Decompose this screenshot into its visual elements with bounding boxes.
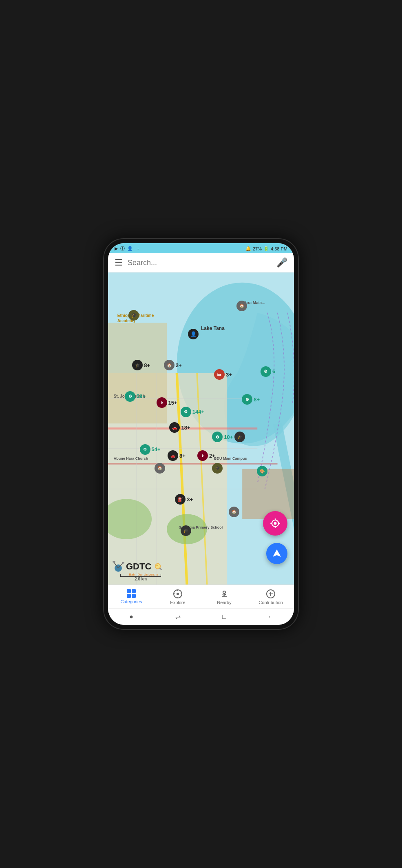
svg-line-24 (160, 568, 162, 570)
marker-lake-tana-person: 👤 (188, 329, 199, 339)
marker-house-2plus: 🏠 2+ (164, 360, 182, 370)
nav-nearby[interactable]: Nearby (201, 585, 247, 608)
marker-car-18plus: 🚗 18+ (169, 422, 190, 433)
nav-nearby-label: Nearby (217, 600, 231, 605)
status-left-icons: ▶ ⓕ 👤 ··· (115, 246, 139, 252)
nearby-icon (219, 589, 229, 599)
gdtc-logo-satellite (112, 560, 124, 573)
search-bar: ☰ 🎤 (108, 253, 294, 272)
label-lake-tana: Lake Tana (201, 326, 225, 331)
profile-icon: 👤 (127, 246, 133, 251)
svg-point-15 (274, 522, 277, 525)
marker-teal-58plus: ⚙ 58+ (125, 391, 146, 402)
svg-point-23 (155, 564, 161, 569)
navigation-fab-button[interactable] (266, 543, 287, 564)
nav-categories-label: Categories (120, 599, 142, 604)
nav-categories[interactable]: Categories (108, 585, 155, 608)
categories-icon (127, 589, 136, 598)
android-recents-icon[interactable]: ⇌ (173, 612, 183, 622)
marker-school-top-right: 🎓 (234, 432, 245, 442)
phone-frame: ▶ ⓕ 👤 ··· 🔔 27% 🔋 4:58 PM ☰ 🎤 (103, 238, 299, 630)
logo-gdtc-text: GDTC (126, 561, 151, 571)
more-icon: ··· (135, 246, 139, 251)
mic-icon[interactable]: 🎤 (276, 257, 287, 268)
marker-teal-6plus-far-right: ⚙ 6 (261, 366, 275, 377)
phone-screen: ▶ ⓕ 👤 ··· 🔔 27% 🔋 4:58 PM ☰ 🎤 (108, 243, 294, 625)
location-fab-button[interactable] (263, 511, 287, 536)
marker-teal-54plus: ⚙ 54+ (140, 444, 161, 455)
youtube-icon: ▶ (115, 246, 118, 251)
marker-car-8plus: 🚗 8+ (168, 450, 186, 461)
explore-icon (173, 589, 183, 599)
marker-hotel-3plus: 🛏 3+ (214, 369, 232, 380)
marker-gordema-school-icon: 🎓 (181, 525, 191, 536)
battery-percent: 27% (253, 246, 262, 251)
marker-teal-10plus: ⚙ 10+ (212, 432, 233, 442)
svg-point-25 (157, 565, 158, 566)
battery-icon: 🔔 (245, 246, 251, 251)
marker-medical-15plus: ⚕ 15+ (157, 397, 177, 408)
marker-school-8plus: 🎓 8+ (132, 360, 150, 370)
scale-distance: 2.6 km (120, 577, 161, 581)
nav-contribution[interactable]: Contribution (247, 585, 294, 608)
marker-house-lower-right: 🏠 (229, 507, 239, 517)
scale-bar: 2.6 km (120, 574, 161, 581)
status-bar: ▶ ⓕ 👤 ··· 🔔 27% 🔋 4:58 PM (108, 243, 294, 253)
android-home-dot[interactable]: ● (126, 612, 136, 622)
marker-medical-2plus: ⚕ 2+ (197, 450, 215, 461)
label-bdu-campus: BDU Main Campus (214, 456, 247, 461)
svg-point-32 (223, 591, 225, 593)
crosshair-icon (269, 518, 281, 529)
android-back-icon[interactable]: ← (266, 612, 276, 622)
android-overview-icon[interactable]: □ (219, 612, 229, 622)
map-container[interactable]: Ethiopian MaritimeAcademy Lake Tana Debr… (108, 272, 294, 585)
time-display: 4:58 PM (271, 246, 287, 251)
svg-rect-2 (108, 323, 167, 423)
facebook-icon: ⓕ (120, 246, 125, 252)
svg-rect-20 (113, 561, 115, 563)
marker-abune-house: 🏠 (155, 463, 165, 474)
marker-debra-house: 🏠 (236, 301, 247, 311)
marker-teal-8plus-right: ⚙ 8+ (242, 394, 260, 405)
battery-full-icon: 🔋 (263, 246, 269, 251)
bottom-navigation: Categories Explore (108, 585, 294, 608)
nav-explore[interactable]: Explore (155, 585, 201, 608)
marker-maritime-academy: 🎓 (128, 310, 139, 321)
svg-rect-22 (122, 562, 124, 564)
map-search-icon (154, 562, 163, 571)
svg-point-27 (177, 593, 179, 595)
marker-bdu-school: 🎓 (212, 463, 223, 474)
nav-contribution-label: Contribution (258, 600, 283, 605)
marker-teal-144plus: ⚙ 144+ (181, 407, 204, 417)
contribution-icon (266, 589, 276, 599)
nav-explore-label: Explore (170, 600, 185, 605)
android-nav-bar: ● ⇌ □ ← (108, 608, 294, 625)
svg-marker-17 (273, 549, 281, 557)
marker-gas-3plus: ⛽ 3+ (175, 494, 193, 505)
menu-icon[interactable]: ☰ (115, 257, 123, 268)
status-right-icons: 🔔 27% 🔋 4:58 PM (245, 246, 287, 251)
label-abune-church: Abune Hara Church (114, 456, 148, 461)
navigate-icon (272, 549, 282, 558)
search-input[interactable] (128, 259, 272, 267)
marker-art-palette: 🎨 (257, 466, 267, 476)
